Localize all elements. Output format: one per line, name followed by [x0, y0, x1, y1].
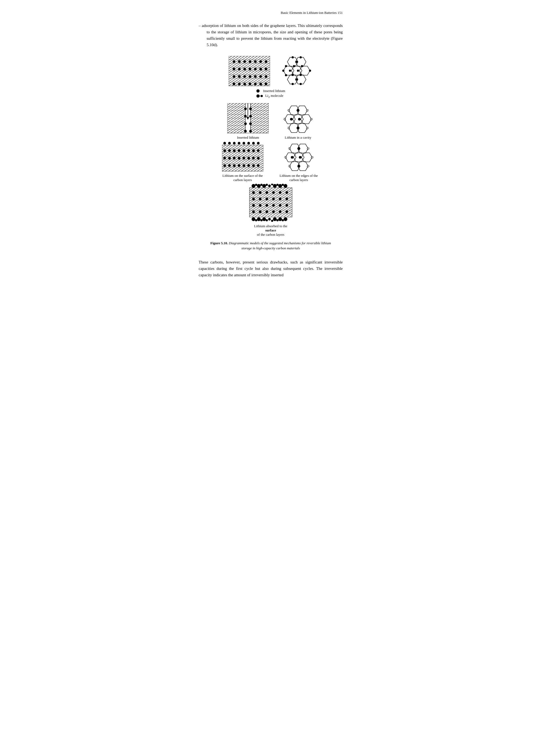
figure-row-d: Lithium absorbed to the surface Lithium …: [247, 184, 295, 237]
svg-point-124: [247, 142, 250, 144]
svg-point-245: [255, 219, 257, 221]
svg-point-151: [233, 157, 236, 159]
svg-point-173: [291, 156, 293, 159]
svg-point-62: [282, 70, 285, 72]
svg-point-221: [259, 198, 261, 200]
svg-rect-209: [250, 201, 292, 204]
svg-point-70: [256, 94, 260, 98]
svg-point-187: [273, 184, 277, 188]
svg-point-156: [257, 157, 260, 159]
svg-point-230: [279, 204, 282, 207]
svg-point-33: [238, 75, 241, 78]
svg-point-122: [238, 142, 240, 144]
legend-li2-icon: [256, 94, 264, 98]
svg-point-224: [279, 198, 282, 200]
svg-point-236: [279, 210, 282, 213]
svg-point-43: [254, 83, 257, 85]
intro-text: – adsorption of lithium on both sides of…: [199, 22, 343, 48]
label-absorbed-subtext: of the carbon layers: [257, 233, 285, 236]
svg-point-193: [271, 184, 273, 185]
svg-point-39: [233, 83, 235, 85]
label-edges: Lithium on the edges of the carbon layer…: [278, 173, 320, 182]
svg-point-229: [272, 204, 275, 207]
svg-point-42: [249, 83, 251, 85]
caption-italic: Diagrammatic models of the suggested mec…: [228, 241, 331, 250]
svg-point-153: [243, 157, 245, 159]
svg-point-144: [238, 149, 240, 152]
page-header: Basic Elements in Lithium-ion Batteries …: [199, 11, 343, 16]
svg-point-53: [292, 56, 294, 58]
svg-point-61: [309, 70, 311, 72]
svg-point-41: [243, 83, 246, 85]
svg-point-183: [251, 184, 255, 188]
body-text: These carbons, however, present serious …: [199, 259, 343, 278]
svg-point-121: [233, 142, 236, 144]
figure-row-a: [229, 56, 313, 87]
svg-point-160: [238, 164, 240, 167]
svg-point-192: [266, 184, 268, 186]
svg-point-239: [257, 217, 261, 221]
svg-point-111: [297, 127, 299, 129]
svg-point-65: [296, 61, 298, 63]
diagram-d1: Lithium absorbed to the surface Lithium …: [247, 184, 295, 237]
svg-rect-196: [250, 188, 292, 191]
svg-point-31: [265, 68, 267, 70]
svg-point-195: [282, 184, 284, 186]
svg-marker-49: [291, 66, 302, 75]
svg-point-96: [249, 115, 252, 118]
figure-legend: Inserted lithium Li2 molecule: [256, 89, 285, 99]
svg-point-243: [278, 217, 282, 221]
lithium-cavity-svg: [282, 103, 314, 134]
svg-point-227: [259, 204, 261, 207]
svg-point-126: [257, 142, 260, 144]
svg-point-59: [300, 74, 302, 76]
header-text: Basic Elements in Lithium-ion Batteries …: [281, 11, 343, 15]
svg-point-125: [252, 142, 255, 144]
svg-point-119: [223, 142, 226, 144]
svg-point-19: [238, 60, 241, 63]
svg-point-161: [243, 164, 245, 167]
svg-point-175: [297, 165, 300, 168]
svg-point-56: [293, 65, 295, 67]
svg-rect-2: [229, 56, 270, 60]
svg-point-155: [252, 157, 255, 159]
svg-point-72: [261, 95, 263, 97]
svg-point-238: [251, 217, 255, 221]
svg-point-158: [228, 164, 231, 167]
svg-point-30: [259, 68, 262, 70]
svg-point-231: [285, 204, 288, 207]
svg-point-57: [301, 65, 303, 67]
svg-point-45: [265, 83, 267, 85]
svg-point-141: [223, 149, 226, 152]
svg-point-25: [233, 68, 235, 70]
svg-point-69: [256, 89, 260, 93]
svg-point-26: [238, 68, 241, 70]
svg-point-120: [228, 142, 231, 144]
svg-point-191: [260, 184, 262, 186]
svg-point-215: [259, 191, 261, 194]
label-lithium-cavity: Lithium in a cavity: [285, 136, 311, 140]
svg-point-20: [243, 60, 246, 63]
svg-point-154: [247, 157, 250, 159]
svg-point-94: [244, 130, 247, 133]
svg-point-35: [249, 75, 251, 78]
svg-point-63: [292, 83, 294, 85]
svg-point-225: [285, 198, 288, 200]
figure-row-c: Lithium on the surface of the carbon lay…: [221, 141, 320, 182]
svg-point-67: [297, 70, 299, 72]
svg-point-149: [223, 157, 226, 159]
honeycomb-svg-a: [281, 56, 313, 87]
figure-caption: Figure 5.10. Diagrammatic models of the …: [207, 240, 335, 251]
svg-point-92: [244, 115, 247, 118]
stacked-layers-svg: [229, 56, 270, 87]
svg-point-18: [233, 60, 235, 63]
svg-point-110: [298, 118, 301, 120]
svg-point-28: [249, 68, 251, 70]
svg-rect-129: [222, 152, 263, 156]
svg-point-40: [238, 83, 241, 85]
svg-rect-207: [250, 194, 292, 197]
svg-rect-6: [229, 71, 270, 75]
intro-paragraph: – adsorption of lithium on both sides of…: [199, 22, 343, 48]
svg-point-188: [278, 184, 282, 188]
svg-rect-127: [222, 145, 263, 149]
